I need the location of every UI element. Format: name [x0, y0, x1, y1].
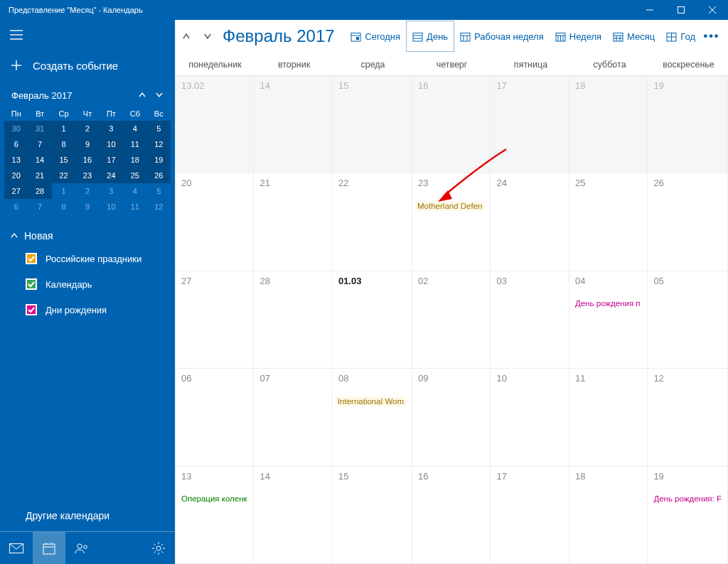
- mini-day-cell[interactable]: 9: [75, 199, 99, 215]
- mini-day-cell[interactable]: 15: [52, 152, 75, 168]
- calendars-section-toggle[interactable]: Новая: [0, 220, 175, 246]
- mail-button[interactable]: [0, 532, 33, 565]
- mini-day-cell[interactable]: 16: [75, 152, 99, 168]
- day-cell[interactable]: 16: [412, 76, 491, 173]
- people-button[interactable]: [65, 532, 98, 565]
- day-cell[interactable]: 19День рождения: F: [648, 467, 728, 564]
- day-cell[interactable]: 09: [412, 369, 491, 466]
- mini-day-cell[interactable]: 1: [52, 183, 75, 199]
- prev-month-button[interactable]: [176, 20, 197, 53]
- mini-day-cell[interactable]: 21: [28, 168, 51, 183]
- calendar-item[interactable]: Российские праздники: [0, 246, 175, 271]
- maximize-button[interactable]: [665, 0, 697, 20]
- event-chip[interactable]: International Wom: [336, 396, 406, 406]
- mini-day-cell[interactable]: 20: [4, 168, 28, 183]
- day-cell[interactable]: 03: [491, 271, 569, 369]
- close-button[interactable]: [697, 0, 728, 20]
- mini-day-cell[interactable]: 9: [75, 136, 99, 152]
- mini-day-cell[interactable]: 13: [4, 152, 28, 168]
- mini-day-cell[interactable]: 12: [147, 199, 171, 215]
- minimize-button[interactable]: [634, 0, 665, 20]
- day-cell[interactable]: 17: [491, 467, 569, 564]
- day-cell[interactable]: 28: [254, 271, 332, 369]
- mini-day-cell[interactable]: 23: [75, 168, 99, 183]
- mini-day-cell[interactable]: 8: [52, 136, 75, 152]
- mini-day-cell[interactable]: 30: [4, 121, 28, 136]
- today-button[interactable]: Сегодня: [345, 21, 406, 52]
- mini-day-cell[interactable]: 27: [4, 183, 28, 199]
- day-cell[interactable]: 20: [176, 173, 254, 271]
- day-cell[interactable]: 16: [412, 467, 491, 564]
- mini-day-cell[interactable]: 1: [52, 121, 75, 136]
- day-cell[interactable]: 04День рождения п: [569, 271, 648, 369]
- event-chip[interactable]: Операция коленк: [181, 494, 247, 503]
- mini-day-cell[interactable]: 28: [28, 183, 51, 199]
- day-cell[interactable]: 01.03: [333, 271, 412, 369]
- day-cell[interactable]: 26: [648, 173, 728, 271]
- mini-next-button[interactable]: [151, 87, 168, 104]
- day-cell[interactable]: 14: [254, 76, 332, 173]
- day-cell[interactable]: 13.02: [176, 76, 254, 173]
- next-month-button[interactable]: [197, 20, 218, 53]
- day-cell[interactable]: 13Операция коленк: [176, 467, 254, 564]
- mini-day-cell[interactable]: 4: [123, 121, 146, 136]
- day-cell[interactable]: 05: [648, 271, 728, 369]
- day-cell[interactable]: 18: [569, 76, 648, 173]
- mini-day-cell[interactable]: 11: [123, 199, 146, 215]
- calendar-checkbox[interactable]: [26, 278, 37, 290]
- mini-day-cell[interactable]: 5: [147, 121, 171, 136]
- event-chip[interactable]: День рождения п: [575, 299, 641, 308]
- day-cell[interactable]: 08International Wom: [333, 369, 412, 466]
- day-cell[interactable]: 17: [491, 76, 569, 173]
- mini-day-cell[interactable]: 3: [100, 121, 123, 136]
- settings-button[interactable]: [142, 532, 175, 565]
- day-cell[interactable]: 27: [176, 271, 254, 369]
- mini-day-cell[interactable]: 2: [75, 183, 99, 199]
- mini-day-cell[interactable]: 4: [123, 183, 146, 199]
- mini-day-cell[interactable]: 8: [52, 199, 75, 215]
- calendar-button[interactable]: [33, 532, 65, 565]
- mini-day-cell[interactable]: 2: [75, 121, 99, 136]
- hamburger-button[interactable]: [0, 20, 175, 50]
- workweek-view-button[interactable]: Рабочая неделя: [454, 21, 550, 52]
- mini-day-cell[interactable]: 22: [52, 168, 75, 183]
- mini-day-cell[interactable]: 6: [4, 136, 28, 152]
- day-cell[interactable]: 22: [333, 173, 412, 271]
- mini-day-cell[interactable]: 7: [28, 199, 51, 215]
- day-cell[interactable]: 06: [176, 369, 254, 466]
- calendar-item[interactable]: Календарь: [0, 271, 175, 297]
- other-calendars[interactable]: Другие календари: [0, 500, 175, 531]
- mini-day-cell[interactable]: 19: [147, 152, 171, 168]
- mini-day-cell[interactable]: 14: [28, 152, 51, 168]
- mini-day-cell[interactable]: 25: [123, 168, 146, 183]
- mini-day-cell[interactable]: 5: [147, 183, 171, 199]
- day-cell[interactable]: 10: [491, 369, 569, 466]
- day-cell[interactable]: 19: [648, 76, 728, 173]
- calendar-item[interactable]: Дни рождения: [0, 297, 175, 322]
- day-cell[interactable]: 24: [491, 173, 569, 271]
- mini-prev-button[interactable]: [134, 87, 151, 104]
- day-cell[interactable]: 23Motherland Defen: [412, 173, 491, 271]
- day-cell[interactable]: 12: [648, 369, 728, 466]
- day-cell[interactable]: 25: [569, 173, 648, 271]
- week-view-button[interactable]: Неделя: [550, 21, 607, 52]
- day-cell[interactable]: 18: [569, 467, 648, 564]
- mini-day-cell[interactable]: 10: [100, 199, 123, 215]
- day-cell[interactable]: 07: [254, 369, 332, 466]
- year-view-button[interactable]: Год: [660, 21, 701, 52]
- event-chip[interactable]: День рождения: F: [653, 494, 722, 503]
- more-button[interactable]: •••: [701, 21, 722, 52]
- mini-day-cell[interactable]: 11: [123, 136, 146, 152]
- month-view-button[interactable]: Месяц: [607, 21, 660, 52]
- day-cell[interactable]: 15: [333, 76, 412, 173]
- calendar-checkbox[interactable]: [26, 304, 37, 315]
- day-view-button[interactable]: День: [406, 21, 454, 52]
- calendar-checkbox[interactable]: [26, 253, 37, 264]
- mini-day-cell[interactable]: 7: [28, 136, 51, 152]
- day-cell[interactable]: 11: [569, 369, 648, 466]
- mini-day-cell[interactable]: 31: [28, 121, 51, 136]
- mini-day-cell[interactable]: 24: [100, 168, 123, 183]
- day-cell[interactable]: 14: [254, 467, 332, 564]
- mini-day-cell[interactable]: 26: [147, 168, 171, 183]
- mini-day-cell[interactable]: 10: [100, 136, 123, 152]
